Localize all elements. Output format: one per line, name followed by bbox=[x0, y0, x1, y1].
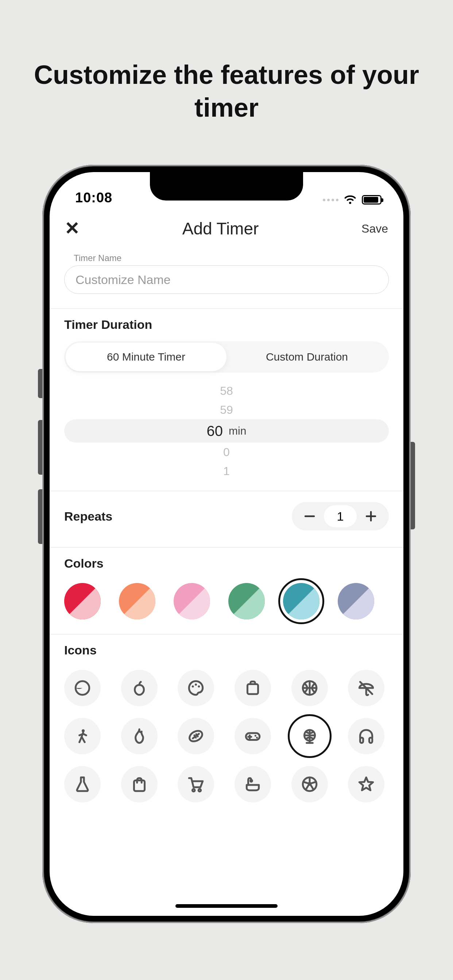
svg-point-29 bbox=[198, 789, 201, 792]
icon-option-shopping-bag[interactable] bbox=[121, 766, 158, 802]
picker-option[interactable]: 58 bbox=[64, 381, 389, 400]
svg-line-34 bbox=[312, 782, 316, 783]
icon-option-timer[interactable] bbox=[64, 670, 100, 706]
svg-point-8 bbox=[198, 686, 200, 687]
color-swatch-red[interactable] bbox=[64, 583, 100, 619]
timer-name-input[interactable] bbox=[64, 266, 389, 294]
svg-rect-26 bbox=[370, 738, 372, 743]
icon-option-flask[interactable] bbox=[64, 766, 100, 802]
colors-header: Colors bbox=[64, 556, 389, 571]
navbar: Add Timer Save bbox=[49, 208, 404, 249]
picker-option[interactable]: 59 bbox=[64, 400, 389, 419]
svg-point-28 bbox=[193, 789, 195, 792]
svg-line-36 bbox=[306, 786, 308, 789]
color-swatch-green[interactable] bbox=[228, 583, 265, 619]
repeats-header: Repeats bbox=[64, 509, 112, 523]
svg-line-37 bbox=[303, 782, 307, 783]
picker-unit: min bbox=[229, 425, 246, 437]
icon-option-walk[interactable] bbox=[64, 718, 100, 754]
svg-rect-25 bbox=[360, 738, 363, 743]
color-swatch-teal[interactable] bbox=[283, 583, 319, 619]
svg-marker-38 bbox=[360, 777, 373, 790]
tab-custom-duration[interactable]: Custom Duration bbox=[226, 343, 388, 371]
picker-selected-value: 60 bbox=[207, 423, 223, 439]
phone-frame: 10:08 Add Timer Save Timer Name Timer bbox=[42, 165, 411, 923]
icon-option-bathtub[interactable] bbox=[234, 766, 271, 802]
icon-option-cart[interactable] bbox=[178, 766, 214, 802]
svg-rect-9 bbox=[247, 684, 258, 694]
icon-option-headphones[interactable] bbox=[348, 718, 384, 754]
repeats-stepper: 1 bbox=[292, 502, 389, 530]
svg-line-16 bbox=[196, 734, 198, 737]
tab-60-minute[interactable]: 60 Minute Timer bbox=[65, 343, 226, 371]
picker-option[interactable]: 1 bbox=[64, 461, 389, 480]
page-title: Add Timer bbox=[182, 219, 259, 239]
repeats-increment-button[interactable] bbox=[357, 502, 385, 530]
duration-header: Timer Duration bbox=[64, 318, 389, 332]
icon-option-umbrella[interactable] bbox=[348, 670, 384, 706]
status-time: 10:08 bbox=[75, 190, 112, 205]
color-swatch-violet[interactable] bbox=[338, 583, 374, 619]
svg-point-20 bbox=[255, 735, 257, 737]
svg-point-6 bbox=[192, 686, 194, 687]
icon-option-fire[interactable] bbox=[121, 718, 158, 754]
icon-option-basketball[interactable] bbox=[292, 670, 328, 706]
icon-option-football[interactable] bbox=[178, 718, 214, 754]
close-button[interactable] bbox=[65, 221, 80, 237]
duration-picker[interactable]: 58 59 60 min 0 1 bbox=[64, 381, 389, 476]
color-swatch-coral[interactable] bbox=[119, 583, 155, 619]
icon-option-globe[interactable] bbox=[288, 714, 332, 758]
icon-option-apple[interactable] bbox=[121, 670, 158, 706]
svg-point-7 bbox=[195, 684, 197, 686]
svg-rect-27 bbox=[134, 781, 144, 791]
svg-line-15 bbox=[195, 735, 196, 738]
cellular-icon bbox=[323, 199, 338, 201]
icon-option-briefcase[interactable] bbox=[234, 670, 271, 706]
icon-option-soccer[interactable] bbox=[292, 766, 328, 802]
repeats-decrement-button[interactable] bbox=[295, 502, 324, 530]
svg-point-30 bbox=[250, 780, 252, 782]
repeats-value: 1 bbox=[324, 505, 357, 527]
home-indicator[interactable] bbox=[175, 904, 278, 908]
save-button[interactable]: Save bbox=[362, 222, 388, 235]
icon-option-gamepad[interactable] bbox=[234, 718, 271, 754]
battery-icon bbox=[362, 195, 381, 205]
color-swatch-pink[interactable] bbox=[174, 583, 210, 619]
picker-option[interactable]: 0 bbox=[64, 442, 389, 461]
icons-header: Icons bbox=[64, 643, 389, 657]
svg-point-21 bbox=[256, 737, 258, 739]
svg-line-35 bbox=[311, 786, 313, 789]
timer-name-label: Timer Name bbox=[74, 253, 389, 263]
icon-option-star[interactable] bbox=[348, 766, 384, 802]
picker-selected[interactable]: 60 min bbox=[64, 419, 389, 442]
marketing-headline: Customize the features of your timer bbox=[0, 58, 453, 124]
wifi-icon bbox=[344, 194, 357, 205]
icon-option-palette[interactable] bbox=[178, 670, 214, 706]
